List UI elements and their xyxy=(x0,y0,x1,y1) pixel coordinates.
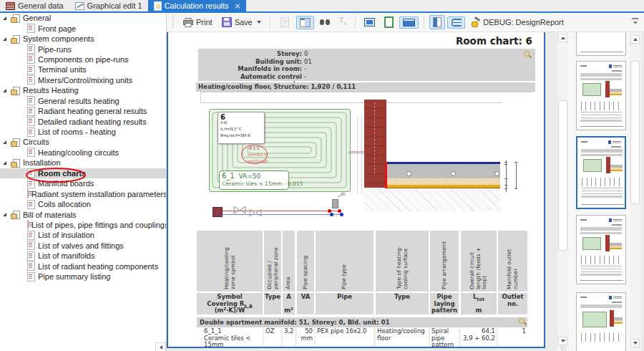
save-dropdown-icon[interactable] xyxy=(257,21,261,24)
scroll-down-button[interactable] xyxy=(630,339,640,347)
scrollbar-thumb[interactable] xyxy=(630,61,640,204)
report-page-icon xyxy=(27,261,35,271)
expand-arrow-icon[interactable] xyxy=(3,37,6,41)
toolbar-separator xyxy=(270,16,270,29)
tree-item-pipe-runs[interactable]: Pipe-runs xyxy=(0,44,166,54)
tree-item-pipe-summary-listing[interactable]: Pipe summary listing xyxy=(0,271,166,282)
tree-group-general[interactable]: General xyxy=(0,13,166,23)
table-cell: 64,1 3,9 + 60,2 xyxy=(461,328,497,348)
tree-item-radiant-system-installation-parameters[interactable]: Radiant system installation parameters xyxy=(0,188,166,198)
expand-arrow-icon[interactable] xyxy=(3,161,6,165)
expand-arrow-icon[interactable] xyxy=(3,89,6,92)
table-cell: 1 xyxy=(498,328,527,348)
tree-item-manifold-boards[interactable]: Manifold boards xyxy=(0,178,166,188)
tree-group-installation[interactable]: Installation xyxy=(0,158,166,168)
expand-arrow-icon[interactable] xyxy=(3,213,6,216)
expand-arrow-icon[interactable] xyxy=(3,16,6,20)
report-page: Room chart: 6 Storey:0 Building unit:01 … xyxy=(167,32,545,348)
tree-group-results-heating[interactable]: Results Heating xyxy=(0,85,166,95)
table-cell: 3,2 xyxy=(283,328,295,348)
tree-scroll-left-button[interactable] xyxy=(155,342,166,351)
tree-group-system-components[interactable]: System components xyxy=(0,34,166,44)
manifold-group-row: Double apartment manifold: 51, Storey: 0… xyxy=(197,317,527,327)
zoom-link-icon[interactable] xyxy=(518,317,527,326)
table-rotated-header: Pipe spacing xyxy=(297,231,314,292)
tree-item-heating-cooling-circuits[interactable]: Heating/cooling circuits xyxy=(0,148,166,158)
tab-graphical-edit[interactable]: Graphical edit 1 xyxy=(69,0,148,11)
tree-item-list-of-rooms-heating[interactable]: List of rooms - heating xyxy=(0,127,166,137)
room-header-box: Storey:0 Building unit:01 Manifolds in r… xyxy=(198,49,535,81)
tree-item-room-charts[interactable]: Room charts xyxy=(0,168,166,178)
toolbar-separator xyxy=(355,16,356,29)
tree-item-terminal-units[interactable]: Terminal units xyxy=(0,64,166,74)
room-label-box: 6 4,41 tL,H=26,5 °C Φreq,rad,H=384 W xyxy=(218,112,265,144)
table-header-cell: Pipe xyxy=(316,293,374,314)
page-thumbnail[interactable] xyxy=(576,61,626,130)
zone-label-box: 6_1 VA=50 Ceramic tiles < 15mm - 0,015 xyxy=(219,170,289,190)
table-header-cell: Symbol Covering Rλ,B (m²·K)/W xyxy=(197,293,263,314)
scroll-down-button[interactable] xyxy=(558,337,567,345)
page-thumbnail[interactable] xyxy=(576,215,626,284)
table-cell: OZ xyxy=(264,328,281,348)
text-size-icon: Tx xyxy=(339,16,347,28)
table-header-cell: Type xyxy=(264,293,281,314)
table-rotated-header: Occupied / peripheral zone xyxy=(264,231,281,292)
table-header-cell: A m² xyxy=(283,293,295,314)
report-page-icon xyxy=(27,96,35,105)
tree-item-list-of-manifolds[interactable]: List of manifolds xyxy=(0,251,166,261)
logo-mark xyxy=(609,296,622,299)
whole-page-button[interactable] xyxy=(381,14,397,30)
tree-item-detailed-radiant-heating-results[interactable]: Detailed radiant heating results xyxy=(0,116,166,126)
clipboard-help-button[interactable]: ? xyxy=(275,15,294,29)
thumbnails-pane-icon xyxy=(433,17,441,27)
section-pipe-icon xyxy=(451,171,456,176)
scroll-up-button[interactable] xyxy=(558,34,567,42)
tree-group-bill-of-materials[interactable]: Bill of materials xyxy=(0,209,166,219)
save-button[interactable]: Save xyxy=(218,15,265,29)
tab-general-data[interactable]: General data xyxy=(0,0,69,11)
tree-item-list-of-valves-and-fittings[interactable]: List of valves and fittings xyxy=(0,241,166,251)
tab-calculation-results[interactable]: Calculation results xyxy=(148,0,246,11)
page-thumbnail-current[interactable] xyxy=(576,136,626,209)
tree-item-list-of-pipes[interactable]: List of pipes, pipe fittings and couplin… xyxy=(0,220,166,230)
thumbnails-pane-button[interactable] xyxy=(429,15,445,29)
report-group-icon xyxy=(11,211,20,218)
fit-width-button[interactable] xyxy=(399,16,419,29)
scrollbar-thumb[interactable] xyxy=(558,100,567,251)
print-button[interactable]: Print xyxy=(180,16,216,29)
toolbar-overflow-icon[interactable] xyxy=(631,17,640,26)
page-thumbnail[interactable] xyxy=(576,32,626,56)
table-rotated-header: Manifold outlet number xyxy=(498,231,527,292)
table-header-cell: VA xyxy=(297,293,314,314)
outline-pane-button[interactable] xyxy=(447,16,465,29)
tree-item-components-on-pipe-runs[interactable]: Components on pipe-runs xyxy=(0,54,166,64)
return-connector-line xyxy=(348,153,364,153)
return-connection-dot xyxy=(330,213,333,216)
scroll-up-button[interactable] xyxy=(630,35,640,44)
page-title: Room chart: 6 xyxy=(456,35,532,47)
table-header-cell: Outlet no. xyxy=(498,293,527,314)
debug-label: DEBUG: DesignReport xyxy=(483,18,564,27)
save-label: Save xyxy=(235,18,253,27)
page-width-button[interactable] xyxy=(361,16,379,29)
tree-item-mixers[interactable]: Mixers/Control/mixing units xyxy=(0,75,166,85)
tree-item-coils-allocation[interactable]: Coils allocation xyxy=(0,199,166,209)
tree-group-circuits[interactable]: Circuits xyxy=(0,137,166,147)
thumbnails-scrollbar[interactable] xyxy=(630,32,641,351)
find-button[interactable] xyxy=(316,16,333,29)
text-size-button[interactable]: Tx xyxy=(336,14,351,30)
tree-item-list-of-insulation[interactable]: List of insulation xyxy=(0,230,166,240)
document-scrollbar[interactable] xyxy=(557,32,569,351)
tree-item-list-of-radiant-heating-components[interactable]: List of radiant heating components xyxy=(0,261,166,271)
page-thumbnail[interactable] xyxy=(576,292,626,351)
expand-arrow-icon[interactable] xyxy=(3,140,6,144)
tree-item-front-page[interactable]: Front page xyxy=(0,23,166,33)
valve-icon xyxy=(249,208,262,217)
zoom-link-icon[interactable] xyxy=(523,50,532,59)
table-rotated-header: Area xyxy=(283,231,295,292)
debug-button[interactable]: DEBUG: DesignReport xyxy=(467,16,567,29)
close-tab-icon[interactable] xyxy=(235,3,240,9)
split-view-button[interactable] xyxy=(296,16,314,29)
tree-item-general-results-heating[interactable]: General results heating xyxy=(0,96,166,106)
tree-item-radiant-heating-general-results[interactable]: Radiant heating general results xyxy=(0,106,166,116)
